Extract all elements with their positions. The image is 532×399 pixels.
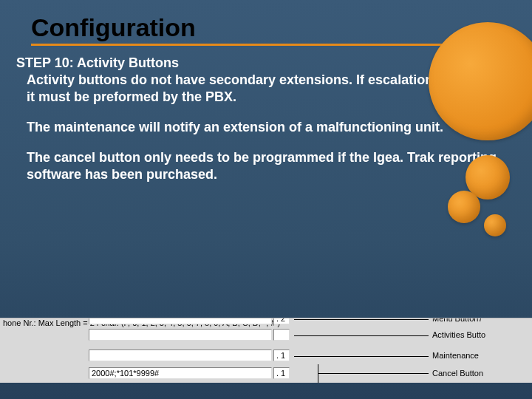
config-row: Activities Butto bbox=[0, 329, 532, 342]
ext-field[interactable]: . 1 bbox=[273, 349, 290, 361]
paragraph-3: The cancel button only needs to be progr… bbox=[16, 149, 510, 183]
row-label: Menu Button7 bbox=[432, 318, 483, 323]
row-label: Maintenance bbox=[432, 351, 479, 360]
row-label: Cancel Button bbox=[432, 369, 483, 378]
connector-line bbox=[294, 356, 429, 357]
ext-field[interactable]: . 1 bbox=[273, 367, 290, 379]
connector-line bbox=[318, 373, 429, 374]
ext-field[interactable] bbox=[273, 329, 290, 341]
phone-field[interactable]: 2000#;*101*9999# bbox=[89, 367, 272, 379]
phone-field[interactable] bbox=[89, 318, 272, 324]
row-label: Activities Butto bbox=[432, 330, 485, 339]
paragraph-2: The maintenance will notify an extension… bbox=[16, 119, 510, 136]
connector-line bbox=[294, 319, 429, 320]
phone-field[interactable] bbox=[89, 349, 272, 361]
config-row: 2000#;*101*9999# . 1 Cancel Button bbox=[0, 367, 532, 381]
slide-title: Configuration bbox=[31, 13, 196, 42]
decor-circle-small-1 bbox=[448, 191, 480, 223]
config-row: . 2 Menu Button7 bbox=[0, 318, 532, 326]
config-panel: hone Nr.: Max Length = 24 char. (F, 0, 1… bbox=[0, 318, 532, 383]
decor-circle-small-2 bbox=[484, 214, 506, 236]
slide: Configuration STEP 10: Activity Buttons … bbox=[0, 0, 532, 399]
config-row: . 1 Maintenance bbox=[0, 349, 532, 363]
connector-line bbox=[294, 335, 429, 336]
ext-field[interactable]: . 2 bbox=[273, 318, 290, 324]
phone-field[interactable] bbox=[89, 329, 272, 341]
